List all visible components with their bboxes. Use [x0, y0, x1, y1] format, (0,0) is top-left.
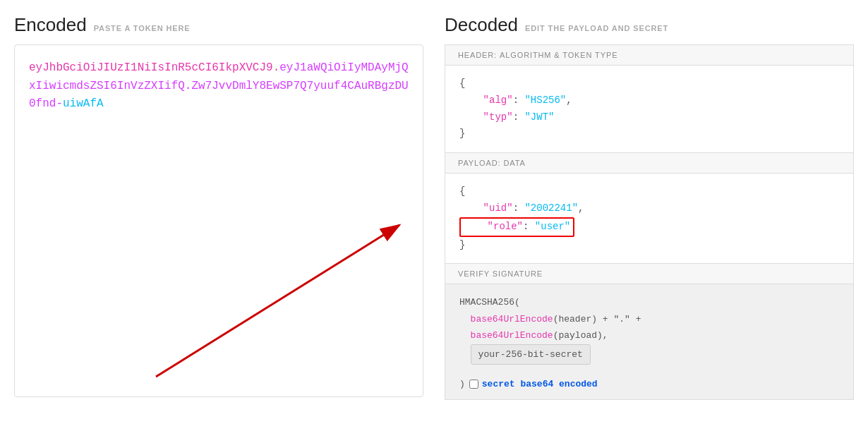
verify-content: HMACSHA256( base64UrlEncode(header) + ".…	[445, 284, 853, 375]
payload-section: PAYLOAD:DATA { "uid": "2002241", "role":…	[445, 153, 854, 264]
encoded-text: eyJhbGciOiJIUzI1NiIsInR5cCI6IkpXVCJ9.eyJ…	[29, 59, 409, 114]
encoded-subtitle: PASTE A TOKEN HERE	[94, 24, 191, 32]
verify-close-paren: )	[459, 379, 465, 389]
header-label: HEADER:ALGORITHM & TOKEN TYPE	[445, 45, 853, 66]
verify-line1: HMACSHA256(	[459, 294, 839, 310]
verify-line3: base64UrlEncode(payload),	[459, 327, 839, 344]
verify-secret: your-256-bit-secret	[459, 344, 839, 365]
encoded-title: Encoded	[14, 14, 87, 36]
secret-input[interactable]: your-256-bit-secret	[471, 344, 591, 365]
right-panel: Decoded EDIT THE PAYLOAD AND SECRET HEAD…	[445, 14, 854, 400]
header-section: HEADER:ALGORITHM & TOKEN TYPE { "alg": "…	[445, 44, 854, 153]
verify-label: VERIFY SIGNATURE	[445, 264, 853, 284]
verify-line2: base64UrlEncode(header) + "." +	[459, 311, 839, 327]
payload-brace-open: {	[459, 183, 839, 200]
decoded-title: Decoded	[445, 14, 518, 36]
header-typ: "typ": "JWT"	[459, 109, 839, 126]
decoded-subtitle: EDIT THE PAYLOAD AND SECRET	[525, 24, 668, 32]
header-brace-open: {	[459, 75, 839, 92]
header-content: { "alg": "HS256", "typ": "JWT" }	[445, 66, 853, 152]
token-part1: eyJhbGciOiJIUzI1NiIsInR5cCI6IkpXVCJ9.	[29, 61, 279, 74]
left-panel: Encoded PASTE A TOKEN HERE eyJhbGciOiJIU…	[14, 14, 423, 400]
payload-uid: "uid": "2002241",	[459, 200, 839, 217]
main-layout: Encoded PASTE A TOKEN HERE eyJhbGciOiJIU…	[14, 14, 854, 400]
base64-checkbox-label[interactable]: secret base64 encoded	[469, 379, 598, 389]
role-highlighted: "role": "user"	[459, 217, 574, 237]
verify-section: VERIFY SIGNATURE HMACSHA256( base64UrlEn…	[445, 264, 854, 400]
encoded-box[interactable]: eyJhbGciOiJIUzI1NiIsInR5cCI6IkpXVCJ9.eyJ…	[14, 44, 423, 397]
decoded-header: Decoded EDIT THE PAYLOAD AND SECRET	[445, 14, 854, 36]
payload-label: PAYLOAD:DATA	[445, 153, 853, 174]
payload-brace-close: }	[459, 237, 839, 254]
checkbox-text: secret base64 encoded	[482, 379, 598, 389]
header-brace-close: }	[459, 126, 839, 142]
payload-content: { "uid": "2002241", "role": "user" }	[445, 174, 853, 263]
payload-role: "role": "user"	[459, 217, 839, 237]
token-part3: uiwAfA	[63, 97, 104, 110]
svg-line-1	[156, 225, 399, 377]
header-alg: "alg": "HS256",	[459, 92, 839, 109]
encoded-header: Encoded PASTE A TOKEN HERE	[14, 14, 423, 36]
base64-checkbox[interactable]	[469, 380, 478, 389]
verify-footer: ) secret base64 encoded	[445, 375, 853, 399]
